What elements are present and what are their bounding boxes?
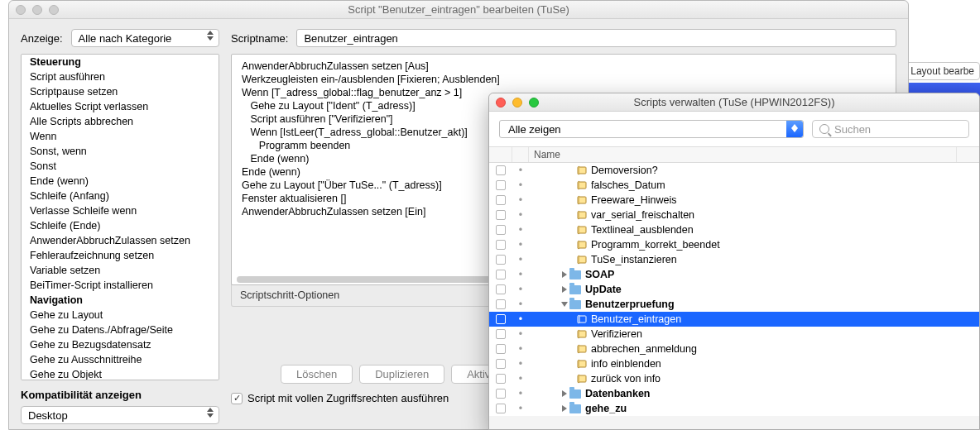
step-item[interactable]: Script ausführen xyxy=(22,69,219,84)
scriptname-label: Scriptname: xyxy=(231,32,288,45)
step-item[interactable]: AnwenderAbbruchZulassen setzen xyxy=(22,233,219,248)
zoom-icon[interactable] xyxy=(49,5,59,15)
tree-script-row[interactable]: •Freeware_Hinweis xyxy=(489,193,979,208)
row-label: var_serial_freischalten xyxy=(591,209,694,221)
editor-titlebar: Script "Benutzer_eintragen" bearbeiten (… xyxy=(9,1,908,19)
close-icon[interactable] xyxy=(16,5,26,15)
row-checkbox[interactable] xyxy=(496,284,506,294)
full-access-label: Script mit vollen Zugriffsrechten ausfüh… xyxy=(247,392,449,404)
script-icon xyxy=(577,210,587,220)
name-column-header[interactable]: Name xyxy=(529,147,956,162)
row-label: gehe_zu xyxy=(585,403,627,414)
step-item[interactable]: Gehe zu Objekt xyxy=(22,367,219,380)
disclosure-triangle-icon[interactable] xyxy=(562,405,567,412)
step-item[interactable]: Gehe zu Bezugsdatensatz xyxy=(22,337,219,352)
folder-icon xyxy=(569,389,581,399)
duplicate-button[interactable]: Duplizieren xyxy=(359,365,444,384)
tree-script-row[interactable]: •Programm_korrekt_beendet xyxy=(489,237,979,252)
row-checkbox[interactable] xyxy=(496,329,506,339)
compat-value: Desktop xyxy=(28,409,68,422)
step-item[interactable]: Gehe zu Ausschnittreihe xyxy=(22,352,219,367)
step-item[interactable]: Wenn xyxy=(22,129,219,144)
row-checkbox[interactable] xyxy=(496,195,506,205)
search-input[interactable]: Suchen xyxy=(812,120,969,138)
row-checkbox[interactable] xyxy=(496,359,506,369)
row-checkbox[interactable] xyxy=(496,240,506,250)
row-checkbox[interactable] xyxy=(496,404,506,413)
tree-script-row[interactable]: •Verifizieren xyxy=(489,327,979,342)
tree-script-row[interactable]: •zurück von info xyxy=(489,371,979,386)
tree-folder-row[interactable]: •SOAP xyxy=(489,267,979,282)
folder-icon xyxy=(569,404,581,413)
row-checkbox[interactable] xyxy=(496,344,506,354)
step-item[interactable]: Scriptpause setzen xyxy=(22,84,219,99)
step-item[interactable]: Ende (wenn) xyxy=(22,174,219,189)
step-item[interactable]: Aktuelles Script verlassen xyxy=(22,99,219,114)
row-marker: • xyxy=(512,254,529,265)
row-checkbox[interactable] xyxy=(496,225,506,235)
row-checkbox[interactable] xyxy=(496,270,506,280)
full-access-checkbox[interactable]: ✓ xyxy=(231,393,243,404)
step-item[interactable]: Gehe zu Datens./Abfrage/Seite xyxy=(22,322,219,337)
delete-button[interactable]: Löschen xyxy=(281,365,353,384)
script-tree[interactable]: •Demoversion?•falsches_Datum•Freeware_Hi… xyxy=(489,163,979,416)
step-item[interactable]: Alle Scripts abbrechen xyxy=(22,114,219,129)
close-icon[interactable] xyxy=(496,98,506,108)
row-marker: • xyxy=(512,313,529,325)
zoom-icon[interactable] xyxy=(529,98,539,108)
row-checkbox[interactable] xyxy=(496,389,506,399)
layout-edit-button[interactable]: Layout bearbe xyxy=(905,62,980,80)
row-checkbox[interactable] xyxy=(496,210,506,220)
disclosure-triangle-icon[interactable] xyxy=(561,302,568,307)
row-marker: • xyxy=(512,269,529,280)
tree-folder-row[interactable]: •Datenbanken xyxy=(489,386,979,401)
editor-title: Script "Benutzer_eintragen" bearbeiten (… xyxy=(348,3,569,16)
minimize-icon[interactable] xyxy=(32,5,42,15)
scriptname-input[interactable] xyxy=(296,29,896,47)
tree-folder-row[interactable]: •Benutzerpruefung xyxy=(489,297,979,312)
tree-script-row[interactable]: •var_serial_freischalten xyxy=(489,208,979,222)
script-step-line[interactable]: Werkzeugleisten ein-/ausblenden [Fixiere… xyxy=(232,73,896,86)
step-item[interactable]: Verlasse Schleife wenn xyxy=(22,203,219,218)
disclosure-triangle-icon[interactable] xyxy=(562,286,567,293)
tree-script-row[interactable]: •falsches_Datum xyxy=(489,178,979,193)
row-checkbox[interactable] xyxy=(496,180,506,190)
tree-script-row[interactable]: •Demoversion? xyxy=(489,163,979,178)
step-item[interactable]: Schleife (Ende) xyxy=(22,218,219,233)
row-marker: • xyxy=(512,179,529,191)
row-checkbox[interactable] xyxy=(496,299,506,309)
tree-script-row[interactable]: •abbrechen_anmeldung xyxy=(489,342,979,356)
row-checkbox[interactable] xyxy=(496,314,506,324)
step-item[interactable]: Variable setzen xyxy=(22,263,219,278)
filter-select[interactable]: Alle zeigen xyxy=(499,120,804,138)
script-icon xyxy=(577,359,587,369)
row-marker: • xyxy=(512,284,529,295)
row-marker: • xyxy=(512,388,529,399)
row-checkbox[interactable] xyxy=(496,374,506,384)
tree-folder-row[interactable]: •gehe_zu xyxy=(489,401,979,416)
step-item[interactable]: Gehe zu Layout xyxy=(22,308,219,322)
step-item[interactable]: Sonst xyxy=(22,159,219,174)
row-label: Freeware_Hinweis xyxy=(591,194,677,206)
script-step-line[interactable]: AnwenderAbbruchZulassen setzen [Aus] xyxy=(232,60,896,73)
disclosure-triangle-icon[interactable] xyxy=(562,271,567,278)
row-label: UpDate xyxy=(585,284,622,295)
tree-script-row[interactable]: •TuSe_instanzieren xyxy=(489,252,979,267)
step-item[interactable]: Sonst, wenn xyxy=(22,144,219,159)
tree-script-row[interactable]: •info einblenden xyxy=(489,356,979,371)
disclosure-triangle-icon[interactable] xyxy=(562,390,567,397)
compat-select[interactable]: Desktop xyxy=(21,406,219,424)
step-item[interactable]: Schleife (Anfang) xyxy=(22,189,219,203)
row-checkbox[interactable] xyxy=(496,255,506,265)
tree-folder-row[interactable]: •UpDate xyxy=(489,282,979,297)
step-item[interactable]: BeiTimer-Script installieren xyxy=(22,278,219,293)
tree-script-row[interactable]: •Textlineal_ausblenden xyxy=(489,222,979,237)
step-category-list[interactable]: SteuerungScript ausführenScriptpause set… xyxy=(21,54,219,380)
row-label: Benutzerpruefung xyxy=(585,299,675,310)
row-checkbox[interactable] xyxy=(496,165,506,175)
tree-script-row[interactable]: •Benutzer_eintragen xyxy=(489,312,979,327)
minimize-icon[interactable] xyxy=(512,98,522,108)
anzeige-select[interactable]: Alle nach Kategorie xyxy=(71,29,219,47)
step-item[interactable]: Fehleraufzeichnung setzen xyxy=(22,248,219,263)
search-placeholder: Suchen xyxy=(834,123,871,136)
